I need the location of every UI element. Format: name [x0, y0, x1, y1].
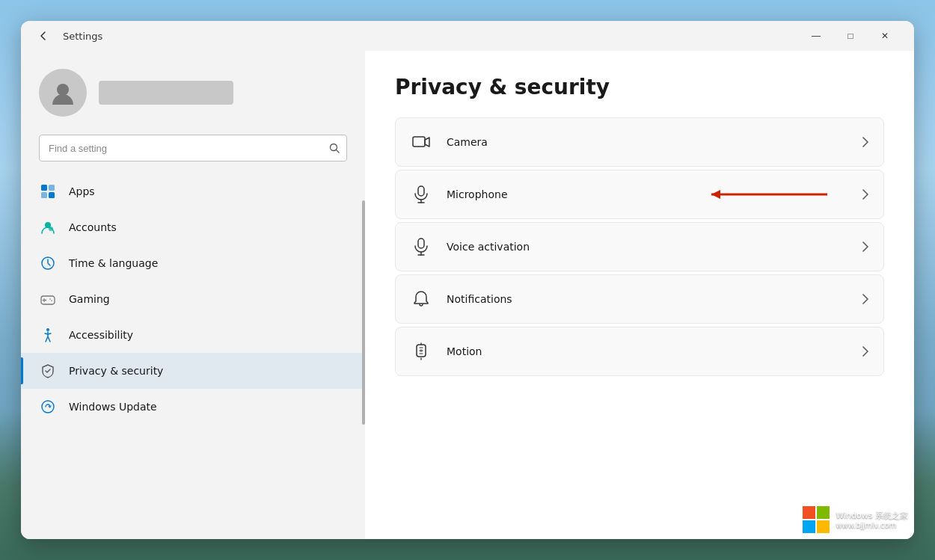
- nav-items: Apps Accounts: [21, 173, 365, 527]
- svg-rect-16: [413, 137, 425, 147]
- setting-item-notifications[interactable]: Notifications: [395, 274, 884, 324]
- svg-rect-6: [49, 192, 55, 198]
- search-box: [39, 135, 347, 161]
- privacy-icon: [39, 362, 57, 380]
- setting-notifications-label: Notifications: [447, 293, 847, 305]
- voice-icon: [411, 236, 432, 257]
- sidebar-item-privacy-label: Privacy & security: [69, 365, 163, 377]
- sidebar-item-accounts-label: Accounts: [69, 221, 117, 233]
- settings-list: Camera: [395, 117, 884, 376]
- annotation-arrow: [704, 185, 839, 203]
- setting-item-camera[interactable]: Camera: [395, 117, 884, 167]
- setting-voice-label: Voice activation: [447, 241, 847, 253]
- motion-chevron: [862, 346, 868, 357]
- svg-point-13: [51, 300, 52, 301]
- avatar: [39, 69, 87, 117]
- window-controls: — □ ✕: [799, 24, 902, 48]
- camera-chevron: [862, 137, 868, 147]
- watermark-logo-icon: [803, 506, 830, 533]
- sidebar-item-time-label: Time & language: [69, 257, 158, 269]
- setting-motion-label: Motion: [447, 345, 847, 357]
- titlebar-left: Settings: [33, 25, 102, 46]
- back-button[interactable]: [33, 25, 54, 46]
- setting-item-motion[interactable]: Motion: [395, 327, 884, 376]
- notifications-icon: [411, 289, 432, 310]
- window-content: Apps Accounts: [21, 51, 914, 539]
- search-input[interactable]: [39, 135, 347, 161]
- svg-point-8: [49, 227, 53, 231]
- svg-rect-30: [817, 520, 830, 533]
- setting-item-voice-activation[interactable]: Voice activation: [395, 222, 884, 271]
- svg-point-26: [420, 349, 423, 352]
- watermark-text: Windows 系统之家 www.bjjmlv.com: [836, 510, 908, 529]
- microphone-icon: [411, 184, 432, 205]
- svg-point-15: [42, 401, 54, 413]
- watermark: Windows 系统之家 www.bjjmlv.com: [803, 506, 908, 533]
- notifications-chevron: [862, 294, 868, 304]
- voice-chevron: [862, 241, 868, 252]
- microphone-chevron: [862, 189, 868, 200]
- accounts-icon: [39, 218, 57, 236]
- setting-camera-label: Camera: [447, 136, 847, 148]
- sidebar-item-gaming[interactable]: Gaming: [21, 281, 365, 317]
- profile-section[interactable]: [21, 63, 365, 135]
- gaming-icon: [39, 290, 57, 308]
- svg-rect-28: [817, 506, 830, 519]
- watermark-line1: Windows 系统之家: [836, 510, 908, 521]
- sidebar-item-accounts[interactable]: Accounts: [21, 209, 365, 245]
- svg-rect-17: [418, 186, 424, 196]
- svg-rect-5: [41, 192, 47, 198]
- svg-point-0: [57, 84, 69, 96]
- watermark-line2: www.bjjmlv.com: [836, 521, 908, 529]
- page-title: Privacy & security: [395, 75, 884, 99]
- username-placeholder: [99, 81, 233, 105]
- sidebar-scrollbar[interactable]: [362, 200, 365, 425]
- svg-marker-21: [711, 190, 720, 199]
- sidebar-item-gaming-label: Gaming: [69, 293, 110, 305]
- close-button[interactable]: ✕: [868, 24, 902, 48]
- sidebar-item-apps-label: Apps: [69, 185, 95, 197]
- sidebar-item-windows-update[interactable]: Windows Update: [21, 389, 365, 425]
- settings-window: Settings — □ ✕: [21, 21, 914, 539]
- svg-rect-3: [41, 185, 47, 191]
- svg-rect-27: [803, 506, 815, 519]
- accessibility-icon: [39, 326, 57, 344]
- titlebar: Settings — □ ✕: [21, 21, 914, 51]
- update-icon: [39, 398, 57, 416]
- motion-icon: [411, 341, 432, 362]
- svg-rect-22: [418, 239, 424, 248]
- sidebar-item-privacy-security[interactable]: Privacy & security: [21, 353, 365, 389]
- minimize-button[interactable]: —: [799, 24, 833, 48]
- sidebar-item-apps[interactable]: Apps: [21, 173, 365, 209]
- svg-point-14: [46, 328, 49, 331]
- svg-rect-29: [803, 520, 815, 533]
- camera-icon: [411, 132, 432, 153]
- window-title: Settings: [63, 31, 102, 42]
- maximize-button[interactable]: □: [833, 24, 868, 48]
- setting-item-microphone[interactable]: Microphone: [395, 170, 884, 219]
- sidebar-item-time-language[interactable]: Time & language: [21, 245, 365, 281]
- svg-point-12: [49, 298, 51, 300]
- time-icon: [39, 254, 57, 272]
- main-panel: Privacy & security Camera: [365, 51, 914, 539]
- sidebar: Apps Accounts: [21, 51, 365, 539]
- sidebar-item-accessibility[interactable]: Accessibility: [21, 317, 365, 353]
- apps-icon: [39, 182, 57, 200]
- svg-rect-4: [49, 185, 55, 191]
- sidebar-item-update-label: Windows Update: [69, 401, 157, 413]
- sidebar-item-accessibility-label: Accessibility: [69, 329, 133, 341]
